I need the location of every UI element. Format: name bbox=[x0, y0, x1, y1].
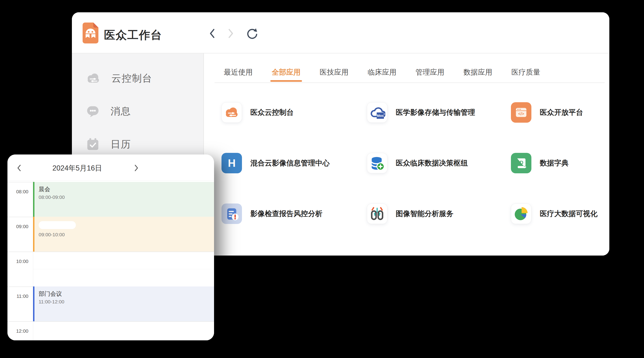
svg-text:Mos: Mos bbox=[377, 114, 384, 118]
half-hour-gridline bbox=[33, 269, 214, 269]
tab-bar: 最近使用 全部应用 医技应用 临床应用 管理应用 数据应用 医疗质量 bbox=[224, 67, 540, 77]
calendar-check-icon bbox=[86, 138, 99, 151]
cloud-settings-icon bbox=[86, 72, 100, 84]
orange-cloud-settings-icon bbox=[222, 102, 242, 123]
sidebar-item-messages[interactable]: 消息 bbox=[72, 104, 203, 119]
app-entry-bigdata-visualization[interactable]: 医疗大数据可视化 bbox=[511, 203, 609, 224]
chevron-left-icon bbox=[17, 164, 22, 172]
time-label: 08:00 bbox=[8, 189, 28, 194]
back-button[interactable] bbox=[206, 26, 218, 41]
tab-medtech-apps[interactable]: 医技应用 bbox=[320, 67, 348, 77]
app-entry-image-storage[interactable]: Mos 医学影像存储与传输管理 bbox=[367, 102, 511, 123]
svg-text:</>: </> bbox=[518, 112, 524, 116]
lungs-scan-icon bbox=[367, 203, 388, 224]
app-entry-hybrid-cloud-center[interactable]: H 混合云影像信息管理中心 bbox=[222, 153, 367, 173]
sidebar-item-label: 消息 bbox=[110, 105, 131, 118]
event-morning-meeting[interactable]: 晨会 08:00-09:00 bbox=[33, 182, 214, 217]
app-logo-icon bbox=[82, 22, 98, 44]
calendar-panel: 2024年5月16日 08:00 09:00 10:00 11:00 12:00… bbox=[8, 155, 214, 340]
app-entry-image-ai-analysis[interactable]: 图像智能分析服务 bbox=[367, 203, 511, 224]
tab-clinical-apps[interactable]: 临床应用 bbox=[368, 67, 396, 77]
back-icon bbox=[209, 28, 216, 39]
refresh-icon bbox=[246, 27, 258, 39]
window-header: 医众工作台 bbox=[72, 12, 609, 53]
sidebar-item-cloud-console[interactable]: 云控制台 bbox=[72, 71, 203, 86]
event-redacted[interactable]: 09:00-10:00 bbox=[33, 217, 214, 252]
svg-text:D: D bbox=[520, 160, 524, 166]
tab-management-apps[interactable]: 管理应用 bbox=[416, 67, 444, 77]
app-grid: 医众云控制台 Mos 医学影像存储与传输管理 bbox=[222, 102, 609, 224]
content-area: 最近使用 全部应用 医技应用 临床应用 管理应用 数据应用 医疗质量 bbox=[204, 53, 609, 256]
hour-gridline bbox=[8, 252, 214, 252]
calendar-prev-button[interactable] bbox=[14, 163, 24, 173]
message-bubble-icon bbox=[86, 105, 99, 118]
pie-chart-icon bbox=[511, 203, 532, 224]
redacted-title-pill bbox=[38, 221, 76, 229]
tab-quality[interactable]: 医疗质量 bbox=[512, 67, 540, 77]
tab-recent[interactable]: 最近使用 bbox=[224, 67, 253, 77]
time-label: 12:00 bbox=[8, 328, 28, 334]
forward-button[interactable] bbox=[225, 26, 236, 41]
page-background: { "window": { "title": "医众工作台" }, "toolb… bbox=[0, 0, 644, 358]
calendar-next-button[interactable] bbox=[132, 163, 141, 173]
sidebar-item-label: 云控制台 bbox=[112, 72, 152, 85]
tab-all-apps[interactable]: 全部应用 bbox=[272, 67, 300, 77]
sidebar-item-calendar[interactable]: 日历 bbox=[72, 137, 203, 152]
app-entry-report-risk-analysis[interactable]: 影像检查报告风控分析 bbox=[222, 203, 367, 224]
tab-bar-divider bbox=[214, 82, 605, 83]
letter-h-tile-icon: H bbox=[222, 153, 242, 173]
calendar-header: 2024年5月16日 bbox=[8, 155, 214, 180]
calendar-day-view: 08:00 09:00 10:00 11:00 12:00 晨会 08:00-0… bbox=[8, 180, 214, 340]
sidebar-item-label: 日历 bbox=[110, 138, 131, 151]
calendar-date: 2024年5月16日 bbox=[35, 163, 119, 173]
forward-icon bbox=[227, 28, 234, 39]
time-label: 10:00 bbox=[8, 259, 28, 264]
time-label: 11:00 bbox=[8, 293, 28, 299]
chevron-right-icon bbox=[134, 164, 139, 172]
app-entry-cloud-console[interactable]: 医众云控制台 bbox=[222, 102, 367, 123]
dictionary-book-icon: D bbox=[511, 153, 532, 173]
event-department-meeting[interactable]: 部门会议 11:00-12:00 bbox=[33, 286, 214, 321]
code-window-icon: </> bbox=[511, 102, 532, 123]
app-entry-open-platform[interactable]: </> 医众开放平台 bbox=[511, 102, 609, 123]
cloud-storage-icon: Mos bbox=[367, 102, 388, 123]
app-entry-clinical-data-hub[interactable]: 医众临床数据决策枢纽 bbox=[367, 153, 511, 173]
refresh-button[interactable] bbox=[246, 27, 259, 40]
time-label: 09:00 bbox=[8, 224, 28, 229]
report-alert-icon bbox=[222, 203, 242, 224]
hour-gridline bbox=[8, 321, 214, 322]
app-entry-data-dictionary[interactable]: D 数据字典 bbox=[511, 153, 609, 173]
app-title: 医众工作台 bbox=[104, 28, 162, 42]
database-plus-icon bbox=[367, 153, 388, 173]
tab-data-apps[interactable]: 数据应用 bbox=[464, 67, 492, 77]
